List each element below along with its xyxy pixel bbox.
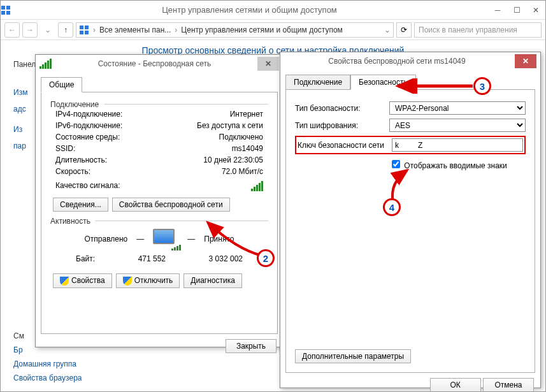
ok-button[interactable]: ОК	[430, 378, 481, 392]
app-icon	[1, 5, 11, 15]
annotation-2: 2	[257, 249, 275, 267]
speed-label: Скорость:	[55, 167, 90, 176]
back-button[interactable]: ←	[4, 22, 20, 38]
bytes-label: Байт:	[76, 254, 95, 263]
ipv4-value: Интернет	[230, 110, 263, 119]
tab-connection[interactable]: Подключение	[285, 75, 350, 90]
details-button[interactable]: Сведения...	[53, 198, 108, 212]
cancel-button[interactable]: Отмена	[483, 378, 534, 392]
security-type-select[interactable]: WPA2-Personal	[389, 101, 526, 115]
main-titlebar: Центр управления сетями и общим доступом…	[1, 1, 545, 20]
close-button[interactable]: Закрыть	[226, 339, 277, 353]
shield-icon	[123, 277, 132, 286]
svg-rect-0	[1, 6, 5, 10]
encryption-label: Тип шифрования:	[295, 121, 384, 130]
chevron-right-icon: ›	[93, 25, 96, 34]
svg-rect-1	[6, 6, 10, 10]
chevron-down-icon[interactable]: ⌄	[384, 25, 391, 34]
close-icon[interactable]: ✕	[515, 54, 536, 68]
refresh-button[interactable]: ⟳	[396, 22, 412, 38]
state-label: Состояние среды:	[55, 133, 120, 142]
close-icon[interactable]: ✕	[257, 57, 279, 71]
status-dialog: Состояние - Беспроводная сеть ✕ Общие По…	[35, 54, 284, 347]
security-key-label: Ключ безопасности сети	[298, 141, 387, 150]
duration-label: Длительность:	[55, 156, 107, 164]
ssid-label: SSID:	[55, 144, 75, 153]
svg-rect-2	[1, 11, 5, 15]
svg-rect-7	[85, 31, 89, 34]
encryption-select[interactable]: AES	[389, 119, 526, 132]
annotation-3: 3	[473, 77, 491, 95]
up-button[interactable]: ↑	[58, 22, 73, 38]
minimize-button[interactable]: ─	[488, 3, 507, 17]
address-bar[interactable]: › Все элементы пан... › Центр управления…	[76, 22, 394, 38]
navbar: ← → ⌄ ↑ › Все элементы пан... › Центр уп…	[1, 20, 545, 40]
svg-rect-3	[6, 11, 10, 15]
bytes-sent: 471 552	[138, 254, 166, 263]
status-dialog-title: Состояние - Беспроводная сеть	[57, 59, 252, 68]
tab-general[interactable]: Общие	[41, 77, 82, 92]
search-input[interactable]: Поиск в панели управления	[414, 22, 542, 38]
diagnose-button[interactable]: Диагностика	[183, 273, 242, 288]
ipv6-value: Без доступа к сети	[197, 121, 263, 130]
link-browser-props[interactable]: Свойства браузера	[13, 371, 82, 385]
svg-rect-4	[80, 25, 83, 29]
security-key-row: Ключ безопасности сети	[295, 136, 526, 154]
breadcrumb-2[interactable]: Центр управления сетями и общим доступом	[181, 25, 343, 34]
state-value: Подключено	[219, 133, 263, 142]
monitor-icon	[153, 229, 178, 249]
forward-button[interactable]: →	[22, 22, 38, 38]
ipv6-label: IPv6-подключение:	[55, 121, 122, 130]
properties-button[interactable]: Свойства	[53, 273, 112, 288]
svg-rect-6	[80, 31, 83, 34]
address-icon	[79, 25, 89, 35]
svg-rect-5	[85, 25, 89, 29]
wireless-properties-button[interactable]: Свойства беспроводной сети	[112, 198, 230, 212]
breadcrumb-1[interactable]: Все элементы пан...	[99, 25, 171, 34]
sent-label: Отправлено	[85, 235, 128, 243]
ipv4-label: IPv4-подключение:	[55, 110, 122, 119]
signal-icon	[251, 181, 263, 191]
signal-label: Качество сигнала:	[55, 181, 120, 191]
disconnect-button[interactable]: Отключить	[116, 273, 180, 288]
group-connection: Подключение	[50, 100, 268, 109]
security-type-label: Тип безопасности:	[295, 104, 384, 113]
chevron-right-icon: ›	[175, 25, 177, 34]
properties-dialog-title: Свойства беспроводной сети ms14049	[284, 57, 510, 66]
close-button[interactable]: ✕	[526, 3, 545, 17]
speed-value: 72.0 Мбит/c	[222, 167, 263, 176]
history-dropdown[interactable]: ⌄	[40, 22, 55, 38]
annotation-arrow	[393, 78, 476, 94]
security-key-input[interactable]	[392, 138, 523, 152]
ssid-value: ms14049	[232, 144, 263, 153]
duration-value: 10 дней 22:30:05	[203, 156, 263, 164]
signal-icon	[40, 59, 52, 69]
advanced-button[interactable]: Дополнительные параметры	[295, 349, 411, 363]
properties-dialog: Свойства беспроводной сети ms14049 ✕ Под…	[280, 52, 541, 388]
main-title: Центр управления сетями и общим доступом	[11, 5, 488, 15]
shield-icon	[60, 277, 69, 286]
link-homegroup[interactable]: Домашняя группа	[13, 357, 82, 371]
annotation-4: 4	[383, 198, 401, 216]
maximize-button[interactable]: ☐	[507, 3, 526, 17]
